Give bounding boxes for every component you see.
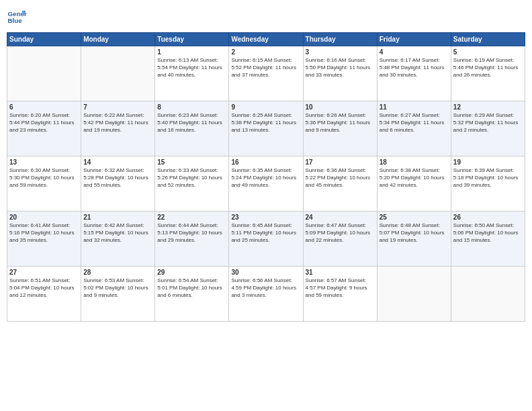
cell-info: Sunrise: 6:47 AM Sunset: 5:09 PM Dayligh… <box>306 222 375 244</box>
day-number: 3 <box>306 48 375 56</box>
day-number: 21 <box>83 214 152 221</box>
day-number: 12 <box>453 103 523 111</box>
calendar-cell: 2Sunrise: 6:15 AM Sunset: 5:52 PM Daylig… <box>229 46 303 101</box>
calendar-cell: 20Sunrise: 6:41 AM Sunset: 5:16 PM Dayli… <box>7 212 81 267</box>
cell-info: Sunrise: 6:29 AM Sunset: 5:32 PM Dayligh… <box>453 112 523 134</box>
day-number: 7 <box>83 103 152 111</box>
day-number: 26 <box>453 214 523 221</box>
cell-info: Sunrise: 6:35 AM Sunset: 5:24 PM Dayligh… <box>231 167 300 189</box>
cell-info: Sunrise: 6:42 AM Sunset: 5:15 PM Dayligh… <box>83 222 152 244</box>
day-number: 23 <box>231 214 300 221</box>
cell-info: Sunrise: 6:26 AM Sunset: 5:36 PM Dayligh… <box>306 112 375 134</box>
cell-info: Sunrise: 6:39 AM Sunset: 5:18 PM Dayligh… <box>453 167 523 189</box>
cell-info: Sunrise: 6:15 AM Sunset: 5:52 PM Dayligh… <box>231 57 300 79</box>
cell-info: Sunrise: 6:16 AM Sunset: 5:50 PM Dayligh… <box>306 57 375 79</box>
cell-info: Sunrise: 6:22 AM Sunset: 5:42 PM Dayligh… <box>83 112 152 134</box>
day-number: 29 <box>157 269 226 276</box>
calendar-cell: 19Sunrise: 6:39 AM Sunset: 5:18 PM Dayli… <box>451 156 525 212</box>
day-number: 9 <box>231 103 300 111</box>
cell-info: Sunrise: 6:25 AM Sunset: 5:38 PM Dayligh… <box>231 112 300 134</box>
day-number: 28 <box>83 269 152 276</box>
day-number: 6 <box>9 103 79 111</box>
calendar-cell: 31Sunrise: 6:57 AM Sunset: 4:57 PM Dayli… <box>303 267 377 322</box>
cell-info: Sunrise: 6:50 AM Sunset: 5:06 PM Dayligh… <box>453 222 523 244</box>
calendar-week-row: 1Sunrise: 6:13 AM Sunset: 5:54 PM Daylig… <box>7 46 525 101</box>
day-number: 15 <box>157 158 226 166</box>
calendar-cell: 17Sunrise: 6:36 AM Sunset: 5:22 PM Dayli… <box>303 156 377 212</box>
calendar-cell: 7Sunrise: 6:22 AM Sunset: 5:42 PM Daylig… <box>81 101 155 156</box>
cell-info: Sunrise: 6:38 AM Sunset: 5:20 PM Dayligh… <box>380 167 449 189</box>
day-number: 16 <box>231 158 300 166</box>
day-number: 19 <box>453 158 523 166</box>
cell-info: Sunrise: 6:27 AM Sunset: 5:34 PM Dayligh… <box>380 112 449 134</box>
calendar-week-row: 27Sunrise: 6:51 AM Sunset: 5:04 PM Dayli… <box>7 267 525 322</box>
cell-info: Sunrise: 6:44 AM Sunset: 5:13 PM Dayligh… <box>157 222 226 244</box>
cell-info: Sunrise: 6:13 AM Sunset: 5:54 PM Dayligh… <box>157 57 226 79</box>
calendar-week-row: 6Sunrise: 6:20 AM Sunset: 5:44 PM Daylig… <box>7 101 525 156</box>
weekday-header-saturday: Saturday <box>451 33 525 46</box>
day-number: 25 <box>380 214 449 221</box>
day-number: 17 <box>306 158 375 166</box>
weekday-header-friday: Friday <box>377 33 451 46</box>
cell-info: Sunrise: 6:53 AM Sunset: 5:02 PM Dayligh… <box>83 277 152 299</box>
calendar-cell: 22Sunrise: 6:44 AM Sunset: 5:13 PM Dayli… <box>155 212 229 267</box>
header: General Blue <box>7 7 525 27</box>
cell-info: Sunrise: 6:41 AM Sunset: 5:16 PM Dayligh… <box>9 222 79 244</box>
cell-info: Sunrise: 6:32 AM Sunset: 5:28 PM Dayligh… <box>83 167 152 189</box>
day-number: 20 <box>9 214 79 221</box>
calendar-table: SundayMondayTuesdayWednesdayThursdayFrid… <box>7 32 525 322</box>
day-number: 1 <box>157 48 226 56</box>
calendar-cell: 3Sunrise: 6:16 AM Sunset: 5:50 PM Daylig… <box>303 46 377 101</box>
calendar-cell: 23Sunrise: 6:45 AM Sunset: 5:11 PM Dayli… <box>229 212 303 267</box>
calendar-week-row: 20Sunrise: 6:41 AM Sunset: 5:16 PM Dayli… <box>7 212 525 267</box>
calendar-cell: 6Sunrise: 6:20 AM Sunset: 5:44 PM Daylig… <box>7 101 81 156</box>
calendar-week-row: 13Sunrise: 6:30 AM Sunset: 5:30 PM Dayli… <box>7 156 525 212</box>
cell-info: Sunrise: 6:56 AM Sunset: 4:59 PM Dayligh… <box>231 277 300 299</box>
svg-text:Blue: Blue <box>8 17 23 24</box>
weekday-header-monday: Monday <box>81 33 155 46</box>
cell-info: Sunrise: 6:17 AM Sunset: 5:48 PM Dayligh… <box>380 57 449 79</box>
calendar-cell: 14Sunrise: 6:32 AM Sunset: 5:28 PM Dayli… <box>81 156 155 212</box>
cell-info: Sunrise: 6:36 AM Sunset: 5:22 PM Dayligh… <box>306 167 375 189</box>
calendar-cell: 8Sunrise: 6:23 AM Sunset: 5:40 PM Daylig… <box>155 101 229 156</box>
calendar-cell: 1Sunrise: 6:13 AM Sunset: 5:54 PM Daylig… <box>155 46 229 101</box>
calendar-cell: 21Sunrise: 6:42 AM Sunset: 5:15 PM Dayli… <box>81 212 155 267</box>
calendar-cell: 4Sunrise: 6:17 AM Sunset: 5:48 PM Daylig… <box>377 46 451 101</box>
day-number: 8 <box>157 103 226 111</box>
cell-info: Sunrise: 6:48 AM Sunset: 5:07 PM Dayligh… <box>380 222 449 244</box>
calendar-header-row: SundayMondayTuesdayWednesdayThursdayFrid… <box>7 33 525 46</box>
logo-icon: General Blue <box>7 7 27 27</box>
cell-info: Sunrise: 6:20 AM Sunset: 5:44 PM Dayligh… <box>9 112 79 134</box>
calendar-cell: 11Sunrise: 6:27 AM Sunset: 5:34 PM Dayli… <box>377 101 451 156</box>
weekday-header-thursday: Thursday <box>303 33 377 46</box>
day-number: 13 <box>9 158 79 166</box>
day-number: 30 <box>231 269 300 276</box>
calendar-cell: 27Sunrise: 6:51 AM Sunset: 5:04 PM Dayli… <box>7 267 81 322</box>
cell-info: Sunrise: 6:45 AM Sunset: 5:11 PM Dayligh… <box>231 222 300 244</box>
day-number: 27 <box>9 269 79 276</box>
calendar-cell: 26Sunrise: 6:50 AM Sunset: 5:06 PM Dayli… <box>451 212 525 267</box>
day-number: 22 <box>157 214 226 221</box>
day-number: 5 <box>453 48 523 56</box>
day-number: 2 <box>231 48 300 56</box>
cell-info: Sunrise: 6:30 AM Sunset: 5:30 PM Dayligh… <box>9 167 79 189</box>
cell-info: Sunrise: 6:57 AM Sunset: 4:57 PM Dayligh… <box>306 277 375 299</box>
calendar-cell: 9Sunrise: 6:25 AM Sunset: 5:38 PM Daylig… <box>229 101 303 156</box>
cell-info: Sunrise: 6:23 AM Sunset: 5:40 PM Dayligh… <box>157 112 226 134</box>
calendar-cell: 5Sunrise: 6:19 AM Sunset: 5:46 PM Daylig… <box>451 46 525 101</box>
calendar-cell <box>451 267 525 322</box>
calendar-cell: 15Sunrise: 6:33 AM Sunset: 5:26 PM Dayli… <box>155 156 229 212</box>
calendar-cell: 18Sunrise: 6:38 AM Sunset: 5:20 PM Dayli… <box>377 156 451 212</box>
day-number: 18 <box>380 158 449 166</box>
day-number: 31 <box>306 269 375 276</box>
logo: General Blue <box>7 7 27 27</box>
calendar-cell: 24Sunrise: 6:47 AM Sunset: 5:09 PM Dayli… <box>303 212 377 267</box>
weekday-header-sunday: Sunday <box>7 33 81 46</box>
day-number: 11 <box>380 103 449 111</box>
calendar-cell: 30Sunrise: 6:56 AM Sunset: 4:59 PM Dayli… <box>229 267 303 322</box>
day-number: 24 <box>306 214 375 221</box>
calendar-cell: 16Sunrise: 6:35 AM Sunset: 5:24 PM Dayli… <box>229 156 303 212</box>
cell-info: Sunrise: 6:54 AM Sunset: 5:01 PM Dayligh… <box>157 277 226 299</box>
calendar-cell: 25Sunrise: 6:48 AM Sunset: 5:07 PM Dayli… <box>377 212 451 267</box>
calendar-cell <box>7 46 81 101</box>
